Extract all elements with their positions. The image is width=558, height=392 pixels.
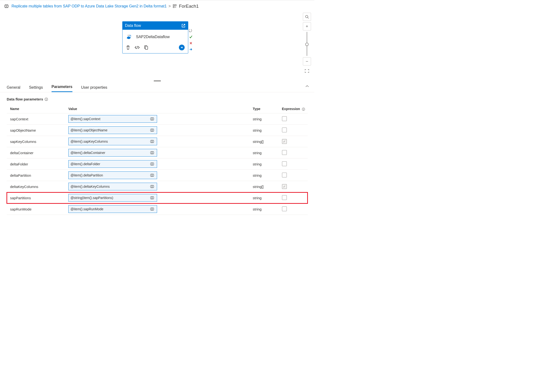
collapse-panel-icon[interactable] [305,85,309,87]
svg-point-0 [5,5,6,8]
param-type: string [249,170,279,181]
delete-icon[interactable] [126,45,130,50]
pipeline-canvas[interactable]: Data flow SAP2DeltaDataflow [0,10,314,82]
param-value-input[interactable]: @item().sapKeyColumns [68,138,157,145]
table-row: deltaPartition@item().deltaPartitionstri… [7,170,308,181]
param-name: deltaKeyColumns [7,181,65,192]
zoom-out-button[interactable]: − [303,57,311,65]
param-value-input[interactable]: @item().sapRunMode [68,205,157,213]
expression-checkbox[interactable] [282,206,287,211]
svg-point-15 [153,118,154,120]
svg-rect-2 [173,5,174,6]
param-value-text: @item().deltaPartition [70,173,103,177]
tab-general[interactable]: General [7,85,20,92]
param-name: sapObjectName [7,125,65,136]
copy-icon[interactable] [144,45,148,50]
param-name: deltaPartition [7,170,65,181]
dataflow-name: SAP2DeltaDataflow [136,35,170,39]
parameters-section: Data flow parameters Name Value Type Exp… [0,92,314,215]
dynamic-content-icon[interactable] [150,196,155,200]
param-type: string [249,125,279,136]
section-title: Data flow parameters [7,97,308,101]
param-value-text: @item().sapObjectName [70,128,107,132]
param-value-cell: @item().deltaKeyColumns [65,181,249,192]
svg-point-18 [150,140,152,143]
dynamic-content-icon[interactable] [150,117,155,121]
retry-icon[interactable] [189,28,193,33]
svg-point-22 [150,163,152,166]
param-name: sapKeyColumns [7,136,65,147]
expression-checkbox[interactable] [282,150,287,155]
dynamic-content-icon[interactable] [150,207,155,211]
code-icon[interactable] [135,45,140,49]
search-button[interactable] [303,13,311,21]
skip-icon[interactable] [189,47,193,52]
card-footer [122,43,188,53]
svg-point-24 [150,174,152,177]
param-name: deltaContainer [7,147,65,158]
param-expression-cell [279,204,308,215]
canvas-controls: + − [303,13,311,73]
svg-point-14 [150,118,152,120]
tab-user-properties[interactable]: User properties [81,85,107,92]
column-header-type: Type [249,105,279,113]
table-row: deltaKeyColumns@item().deltaKeyColumnsst… [7,181,308,192]
dynamic-content-icon[interactable] [150,140,155,143]
param-type: string[] [249,136,279,147]
details-tabs: General Settings Parameters User propert… [0,82,314,92]
svg-point-1 [7,5,9,8]
param-value-input[interactable]: @item().sapContext [68,115,157,123]
svg-rect-3 [175,5,176,6]
param-expression-cell [279,192,308,204]
svg-point-27 [153,185,154,188]
table-row: sapContext@item().sapContextstring [7,113,308,125]
param-value-cell: @item().sapObjectName [65,125,249,136]
dynamic-content-icon[interactable] [150,151,155,154]
dynamic-content-icon[interactable] [150,174,155,177]
param-value-text: @item().sapContext [70,117,100,121]
param-name: sapRunMode [7,204,65,215]
svg-point-16 [150,129,152,132]
section-title-text: Data flow parameters [7,97,43,101]
dataflow-activity-card[interactable]: Data flow SAP2DeltaDataflow [122,21,188,53]
dynamic-content-icon[interactable] [150,185,155,188]
param-value-text: @item().sapKeyColumns [70,139,108,143]
expression-checkbox[interactable] [282,116,287,121]
info-icon[interactable] [45,98,48,101]
param-expression-cell [279,181,308,192]
param-expression-cell [279,158,308,170]
tab-settings[interactable]: Settings [29,85,43,92]
expression-checkbox[interactable] [282,184,287,189]
panel-resize-handle[interactable] [154,80,161,81]
param-value-input[interactable]: @item().deltaKeyColumns [68,183,157,190]
breadcrumb-link-root[interactable]: Replicate multiple tables from SAP ODP t… [11,4,167,9]
svg-point-23 [153,163,154,166]
node-side-actions [189,28,193,52]
param-value-input[interactable]: @item().deltaFolder [68,160,157,168]
svg-point-30 [150,208,152,210]
table-row: sapObjectName@item().sapObjectNamestring [7,125,308,136]
param-value-cell: @item().deltaFolder [65,158,249,170]
expression-checkbox[interactable] [282,139,287,144]
success-icon[interactable] [189,35,193,39]
param-value-input[interactable]: @item().sapObjectName [68,126,157,134]
failure-icon[interactable] [189,41,193,45]
zoom-in-button[interactable]: + [303,22,311,30]
info-icon[interactable] [302,108,305,111]
param-value-input[interactable]: @item().deltaPartition [68,171,157,179]
run-icon[interactable] [179,44,185,50]
expression-checkbox[interactable] [282,161,287,166]
tab-parameters[interactable]: Parameters [52,85,72,92]
dynamic-content-icon[interactable] [150,129,155,132]
param-value-text: @item().deltaContainer [70,151,105,155]
zoom-slider[interactable] [307,32,307,56]
open-external-icon[interactable] [181,24,186,28]
svg-point-5 [175,7,176,8]
fit-to-screen-icon[interactable] [305,69,309,73]
expression-checkbox[interactable] [282,173,287,177]
param-value-input[interactable]: @string(item().sapPartitions) [68,194,157,202]
param-value-input[interactable]: @item().deltaContainer [68,149,157,157]
expression-checkbox[interactable] [282,195,287,200]
expression-checkbox[interactable] [282,128,287,132]
dynamic-content-icon[interactable] [150,162,155,166]
